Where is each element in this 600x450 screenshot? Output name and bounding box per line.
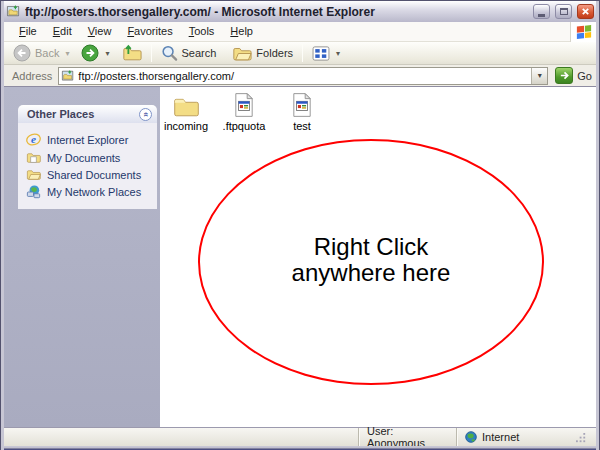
shared-documents-icon [26,168,41,181]
content-area: Other Places « e Internet Explorer [4,87,596,427]
status-bar: User: Anonymous Internet [4,427,596,446]
other-places-body: e Internet Explorer My Documents [18,123,157,209]
file-name: incoming [160,120,212,132]
annotation-line-1: Right Click [198,234,544,260]
file-icon [218,90,270,118]
sidebar: Other Places « e Internet Explorer [4,87,160,427]
search-icon [161,45,178,62]
folder-icon [160,90,212,118]
title-bar[interactable]: ftp://posters.thorsengallery.com/ - Micr… [4,1,596,22]
internet-zone-icon [465,431,477,443]
go-button[interactable] [555,67,573,84]
annotation-line-2: anywhere here [198,260,544,286]
go-arrow-icon [559,70,570,81]
file-item-test[interactable]: test [276,90,328,132]
status-user-pane: User: Anonymous [358,428,456,446]
status-zone-text: Internet [482,431,519,443]
forward-button[interactable] [77,43,103,63]
windows-logo-throbber [570,22,596,42]
minimize-icon [538,14,545,17]
toolbar-separator-2 [302,44,303,62]
window-bottom-frame [4,446,596,450]
go-group: Go [555,67,592,84]
sidebar-item-my-network-places[interactable]: My Network Places [26,183,153,201]
views-dropdown[interactable]: ▾ [334,49,342,58]
sidebar-item-label: Shared Documents [47,169,141,181]
back-dropdown[interactable]: ▾ [63,49,71,58]
browser-window: ftp://posters.thorsengallery.com/ - Micr… [0,0,600,450]
status-main-pane [4,428,358,446]
chevron-up-icon: « [141,111,150,116]
menu-help[interactable]: Help [222,23,261,40]
file-list-area[interactable]: incoming .ftpquota [160,87,596,427]
search-button[interactable]: Search [157,44,221,63]
close-icon [581,7,590,16]
sidebar-item-shared-documents[interactable]: Shared Documents [26,166,153,183]
address-dropdown-button[interactable]: ▾ [531,68,547,84]
minimize-button[interactable] [533,4,550,19]
search-label: Search [182,47,217,59]
folders-label: Folders [256,47,293,59]
file-name: .ftpquota [218,120,270,132]
address-label: Address [12,70,52,82]
sidebar-item-internet-explorer[interactable]: e Internet Explorer [26,130,153,149]
file-name: test [276,120,328,132]
close-button[interactable] [577,4,594,19]
status-zone-pane: Internet [456,428,596,446]
annotation-text: Right Click anywhere here [198,234,544,286]
my-network-places-icon [26,185,41,199]
ftp-site-icon [6,4,21,19]
forward-icon [81,44,99,62]
menu-view[interactable]: View [80,23,120,40]
file-item-ftpquota[interactable]: .ftpquota [218,90,270,132]
menu-favorites[interactable]: Favorites [119,23,180,40]
up-button[interactable] [118,43,146,63]
my-documents-icon [26,151,41,164]
file-icon [276,90,328,118]
other-places-panel: Other Places « e Internet Explorer [18,105,157,209]
toolbar-separator [151,44,152,62]
file-item-incoming[interactable]: incoming [160,90,212,132]
folders-icon [232,45,252,62]
sidebar-item-my-documents[interactable]: My Documents [26,149,153,166]
address-site-icon [61,69,75,83]
sidebar-item-label: My Documents [47,152,120,164]
resize-grip[interactable] [576,433,587,446]
chevron-down-icon: ▾ [538,71,542,80]
maximize-icon [560,8,568,15]
sidebar-item-label: Internet Explorer [47,134,128,146]
folders-button[interactable]: Folders [228,44,297,63]
internet-explorer-icon: e [26,132,41,147]
back-label: Back [35,47,59,59]
go-label: Go [577,70,592,82]
toolbar: Back ▾ ▾ Search [4,42,596,65]
forward-dropdown[interactable]: ▾ [103,49,111,58]
windows-flag-icon [575,24,593,40]
other-places-title: Other Places [27,108,94,120]
up-folder-icon [122,44,142,62]
other-places-header[interactable]: Other Places « [18,105,157,123]
svg-text:e: e [31,133,36,145]
collapse-panel-button[interactable]: « [139,108,152,121]
views-icon [312,46,330,61]
menu-file[interactable]: File [11,23,45,40]
address-box: ▾ [58,67,548,85]
back-icon [13,44,31,62]
address-bar: Address ▾ Go [4,65,596,87]
views-button[interactable]: ▾ [308,45,346,62]
files-row: incoming .ftpquota [160,90,328,132]
menu-edit[interactable]: Edit [45,23,80,40]
menu-tools[interactable]: Tools [181,23,223,40]
window-title: ftp://posters.thorsengallery.com/ - Micr… [25,5,528,19]
maximize-button[interactable] [555,4,572,19]
menu-bar: File Edit View Favorites Tools Help [4,22,596,42]
sidebar-item-label: My Network Places [47,186,141,198]
address-input[interactable] [75,69,531,83]
back-button[interactable]: Back [9,43,63,63]
